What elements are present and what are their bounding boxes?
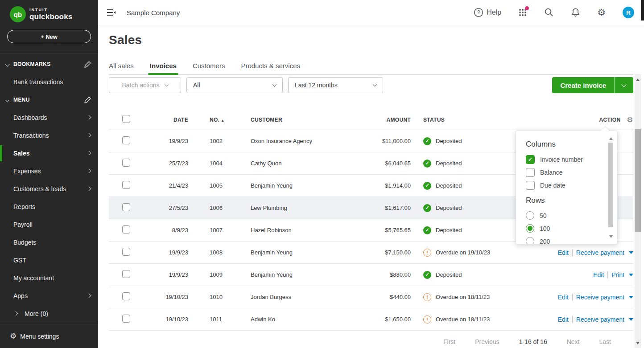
settings-button[interactable]: ⚙ — [597, 7, 606, 18]
pagination-first[interactable]: First — [443, 338, 455, 345]
cell-invoice-number: 1008 — [210, 249, 251, 256]
sidebar-item-customers-leads[interactable]: Customers & leads — [0, 180, 98, 198]
scroll-down-icon[interactable] — [609, 235, 613, 238]
table-scrollbar-thumb[interactable] — [635, 129, 641, 232]
scroll-up-icon[interactable] — [636, 78, 640, 81]
menu-settings-button[interactable]: ⚙ Menu settings — [0, 324, 98, 348]
header-amount[interactable]: AMOUNT — [353, 117, 411, 123]
cell-amount: $1,914.00 — [353, 182, 411, 189]
create-invoice-button[interactable]: Create invoice — [552, 77, 615, 93]
header-customer[interactable]: CUSTOMER — [251, 117, 353, 123]
sidebar-section-menu[interactable]: MENU — [0, 91, 98, 109]
new-button[interactable]: + New — [7, 30, 91, 43]
sidebar-item-dashboards[interactable]: Dashboards — [0, 109, 98, 127]
radio-icon[interactable] — [526, 211, 534, 220]
checkbox-icon[interactable] — [526, 181, 535, 190]
row-checkbox[interactable] — [122, 203, 130, 211]
row-checkbox[interactable] — [122, 181, 130, 189]
scroll-up-icon[interactable] — [609, 137, 613, 140]
period-filter-dropdown[interactable]: Last 12 months — [288, 77, 383, 93]
invoice-row-1011: 19/10/231011Adwin Ko$1,650.00!Overdue on… — [109, 308, 633, 331]
column-settings-gear-icon[interactable]: ⚙ — [627, 115, 633, 124]
user-avatar[interactable]: R — [623, 7, 634, 18]
row-checkbox[interactable] — [122, 315, 130, 323]
sidebar-item-payroll[interactable]: Payroll — [0, 216, 98, 233]
page-title: Sales — [109, 33, 633, 47]
edit-pencil-icon[interactable] — [84, 61, 91, 68]
batch-actions-dropdown[interactable]: Batch actions — [109, 77, 181, 93]
action-menu-caret-icon[interactable] — [629, 318, 633, 321]
radio-icon[interactable] — [526, 224, 534, 233]
action-edit-link[interactable]: Edit — [558, 294, 569, 301]
sidebar-item-my-accountant[interactable]: My accountant — [0, 269, 98, 287]
sidebar-item-reports[interactable]: Reports — [0, 198, 98, 216]
pagination-next[interactable]: Next — [567, 338, 580, 345]
tab-customers[interactable]: Customers — [193, 62, 225, 74]
popup-scrollbar-thumb[interactable] — [608, 143, 613, 227]
notifications-button[interactable] — [571, 8, 580, 17]
row-checkbox[interactable] — [122, 292, 130, 300]
action-receive-payment-link[interactable]: Receive payment — [576, 294, 624, 301]
checkbox-icon[interactable] — [526, 168, 535, 177]
pagination-previous[interactable]: Previous — [475, 338, 499, 345]
sidebar-item-transactions[interactable]: Transactions — [0, 127, 98, 144]
row-checkbox[interactable] — [122, 159, 130, 167]
header-date[interactable]: DATE — [138, 117, 188, 123]
row-checkbox[interactable] — [122, 248, 130, 256]
sidebar-item-bank-transactions[interactable]: Bank transactions — [0, 73, 98, 91]
tab-invoices[interactable]: Invoices — [150, 62, 177, 74]
columns-settings-popup: Columns ✓Invoice numberBalanceDue date R… — [516, 131, 618, 245]
row-checkbox[interactable] — [122, 270, 130, 278]
sidebar-item-gst[interactable]: GST — [0, 251, 98, 269]
popup-rows-title: Rows — [526, 196, 617, 205]
pagination-last[interactable]: Last — [599, 338, 611, 345]
popup-scrollbar[interactable] — [608, 137, 614, 238]
header-status[interactable]: STATUS — [423, 117, 533, 123]
cell-customer: Jordan Burgess — [251, 294, 353, 300]
popup-rows-option-50[interactable]: 50 — [526, 211, 617, 220]
row-checkbox[interactable] — [122, 225, 130, 233]
apps-grid-button[interactable] — [518, 8, 527, 17]
action-receive-payment-link[interactable]: Receive payment — [576, 316, 624, 323]
action-edit-link[interactable]: Edit — [593, 271, 604, 278]
popup-checkbox-due-date[interactable]: Due date — [526, 181, 617, 190]
action-print-link[interactable]: Print — [611, 271, 624, 278]
popup-rows-option-100[interactable]: 100 — [526, 224, 617, 233]
create-invoice-dropdown[interactable] — [615, 77, 633, 93]
help-button[interactable]: ? Help — [474, 8, 501, 17]
sidebar-item-sales[interactable]: Sales — [0, 144, 98, 162]
select-all-checkbox[interactable] — [122, 115, 130, 123]
collapse-sidebar-icon[interactable] — [106, 8, 116, 17]
edit-pencil-icon[interactable] — [84, 96, 91, 104]
row-checkbox[interactable] — [122, 136, 130, 144]
sidebar-item-more[interactable]: More (0) — [0, 305, 98, 323]
action-menu-caret-icon[interactable] — [629, 274, 633, 276]
cell-amount: $11,000.00 — [353, 138, 411, 144]
page-scrollbar-thumb[interactable] — [641, 0, 644, 20]
tab-all-sales[interactable]: All sales — [109, 62, 134, 74]
type-filter-dropdown[interactable]: All — [186, 77, 283, 93]
sidebar-item-budgets[interactable]: Budgets — [0, 233, 98, 251]
action-receive-payment-link[interactable]: Receive payment — [576, 249, 624, 256]
action-edit-link[interactable]: Edit — [558, 316, 569, 323]
checkbox-icon[interactable]: ✓ — [526, 155, 535, 164]
header-no[interactable]: NO.▲ — [210, 117, 251, 123]
chevron-down-icon — [373, 82, 377, 87]
action-menu-caret-icon[interactable] — [629, 251, 633, 254]
table-scrollbar[interactable] — [635, 74, 641, 348]
company-name[interactable]: Sample Company — [127, 9, 180, 16]
action-menu-caret-icon[interactable] — [629, 296, 633, 299]
action-edit-link[interactable]: Edit — [558, 249, 569, 256]
scroll-down-icon[interactable] — [636, 342, 640, 344]
sidebar-section-bookmarks[interactable]: BOOKMARKS — [0, 55, 98, 73]
popup-rows-option-200[interactable]: 200 — [526, 237, 617, 245]
quickbooks-logo-text: INTUIT quickbooks — [29, 8, 72, 20]
sidebar-item-apps[interactable]: Apps — [0, 287, 98, 305]
popup-checkbox-balance[interactable]: Balance — [526, 168, 617, 177]
popup-checkbox-invoice-number[interactable]: ✓Invoice number — [526, 155, 617, 164]
search-button[interactable] — [544, 8, 554, 17]
sidebar-item-expenses[interactable]: Expenses — [0, 162, 98, 180]
tab-products-services[interactable]: Products & services — [241, 62, 300, 74]
cell-date: 27/5/23 — [138, 205, 188, 211]
radio-icon[interactable] — [526, 237, 534, 245]
